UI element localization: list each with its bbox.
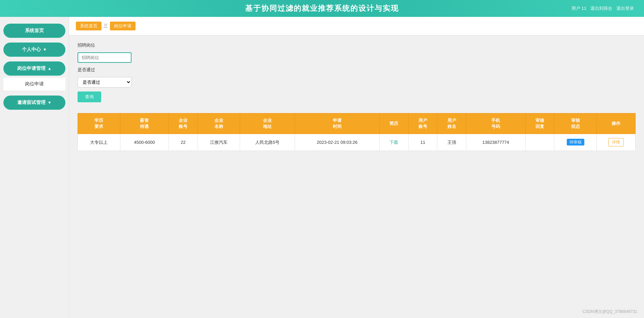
col-company-address: 企业地址 (240, 113, 295, 134)
cell-salary: 4500-6000 (120, 134, 169, 151)
cell-resume[interactable]: 下载 (379, 134, 408, 151)
table-scroll-wrapper: 学历要求 薪资待遇 企业账号 企业名称 企业地址 申请时间 简历 用户账号 用户… (78, 113, 636, 151)
search-area: 招聘岗位 是否通过 是否通过 是 否 查询 (69, 35, 644, 110)
breadcrumb: 系统首页 三 岗位申请 (69, 17, 644, 35)
col-education: 学历要求 (78, 113, 120, 134)
sidebar: 系统首页 个人中心 ▼ 岗位申请管理 ▲ 岗位申请 邀请面试管理 ▼ (0, 17, 69, 318)
sidebar-item-home[interactable]: 系统首页 (3, 24, 65, 38)
pass-label: 是否通过 (78, 67, 95, 73)
sidebar-item-personal[interactable]: 个人中心 ▼ (3, 43, 65, 57)
footer-watermark: CSDN博主@QQ_3786649731 (583, 309, 637, 315)
cell-phone: 13823877774 (466, 134, 525, 151)
sidebar-item-job-apply[interactable]: 岗位申请 (3, 78, 65, 91)
applications-table: 学历要求 薪资待遇 企业账号 企业名称 企业地址 申请时间 简历 用户账号 用户… (78, 113, 636, 151)
cell-education: 大专以上 (78, 134, 120, 151)
job-search-label: 招聘岗位 (78, 42, 95, 48)
cell-company-name: 江推汽车 (198, 134, 240, 151)
sidebar-item-job-apply-mgmt[interactable]: 岗位申请管理 ▲ (3, 61, 65, 76)
search-input-row-job (78, 52, 636, 63)
pass-select[interactable]: 是否通过 是 否 (78, 77, 131, 87)
cell-action[interactable]: 详情 (597, 134, 636, 151)
table-area: 学历要求 薪资待遇 企业账号 企业名称 企业地址 申请时间 简历 用户账号 用户… (69, 110, 644, 158)
col-review-reply: 审核回复 (525, 113, 554, 134)
col-review-status: 审核状态 (554, 113, 597, 134)
cell-review-reply (525, 134, 554, 151)
cell-company-account: 22 (169, 134, 198, 151)
col-resume: 简历 (379, 113, 408, 134)
query-button[interactable]: 查询 (78, 91, 101, 102)
top-header: 基于协同过滤的就业推荐系统的设计与实现 用户 11 退出到筛合 退出登录 (0, 0, 644, 17)
search-row-job: 招聘岗位 (78, 42, 636, 48)
sidebar-item-interview-mgmt[interactable]: 邀请面试管理 ▼ (3, 96, 65, 110)
cell-apply-time: 2023-02-21 09:03:26 (295, 134, 379, 151)
cell-user-name: 王强 (437, 134, 466, 151)
col-company-name: 企业名称 (198, 113, 240, 134)
user-info-area: 用户 11 退出到筛合 退出登录 (572, 5, 634, 11)
chevron-down-icon-2: ▼ (48, 100, 52, 105)
detail-button[interactable]: 详情 (608, 138, 624, 147)
logout-match-link[interactable]: 退出到筛合 (590, 5, 612, 11)
col-phone: 手机号码 (466, 113, 525, 134)
search-row-pass: 是否通过 (78, 67, 636, 73)
user-label: 用户 11 (572, 5, 586, 11)
col-user-name: 用户姓名 (437, 113, 466, 134)
breadcrumb-current: 岗位申请 (110, 22, 136, 30)
table-header-row: 学历要求 薪资待遇 企业账号 企业名称 企业地址 申请时间 简历 用户账号 用户… (78, 113, 636, 134)
resume-download-link[interactable]: 下载 (389, 140, 398, 145)
table-row: 大专以上 4500-6000 22 江推汽车 人民北路5号 2023-02-21… (78, 134, 636, 151)
search-select-row: 是否通过 是 否 (78, 77, 636, 87)
col-action: 操作 (597, 113, 636, 134)
col-company-account: 企业账号 (169, 113, 198, 134)
chevron-up-icon: ▲ (48, 66, 52, 71)
col-salary: 薪资待遇 (120, 113, 169, 134)
sidebar-submenu-job-apply: 岗位申请 (3, 78, 65, 91)
col-user-account: 用户账号 (408, 113, 437, 134)
breadcrumb-home[interactable]: 系统首页 (76, 22, 101, 30)
col-apply-time: 申请时间 (295, 113, 379, 134)
breadcrumb-separator: 三 (104, 23, 108, 29)
cell-company-address: 人民北路5号 (240, 134, 295, 151)
site-title: 基于协同过滤的就业推荐系统的设计与实现 (245, 3, 399, 14)
main-layout: 系统首页 个人中心 ▼ 岗位申请管理 ▲ 岗位申请 邀请面试管理 ▼ 系统首页 (0, 17, 644, 318)
cell-user-account: 11 (408, 134, 437, 151)
job-search-input[interactable] (78, 52, 131, 63)
chevron-down-icon: ▼ (43, 47, 47, 52)
cell-review-status: 待审核 (554, 134, 597, 151)
main-content: 系统首页 三 岗位申请 招聘岗位 是否通过 是否通过 是 否 (69, 17, 644, 318)
search-btn-row: 查询 (78, 91, 636, 102)
status-badge: 待审核 (567, 139, 584, 145)
logout-link[interactable]: 退出登录 (616, 5, 634, 11)
